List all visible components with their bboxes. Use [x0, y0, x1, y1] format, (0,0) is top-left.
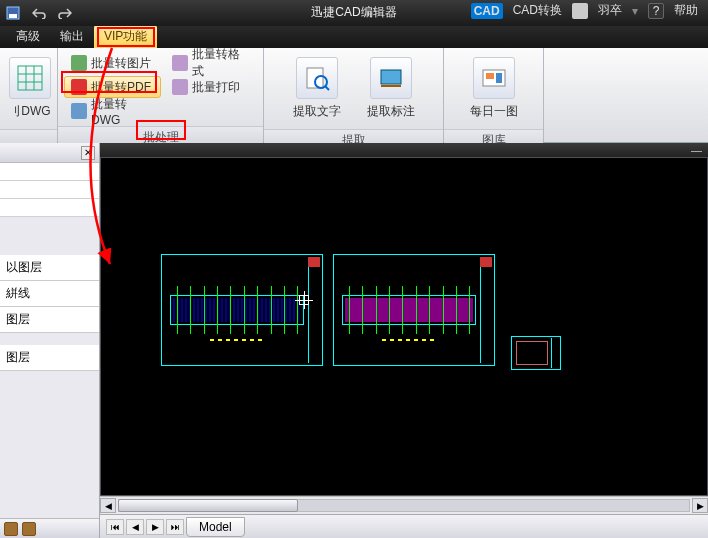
- model-tab[interactable]: Model: [186, 517, 245, 537]
- format-icon: [172, 55, 188, 71]
- cad-canvas[interactable]: [100, 157, 708, 496]
- layer-item[interactable]: 絣线: [0, 281, 99, 307]
- svg-line-9: [325, 86, 329, 90]
- extract-annotation-icon: [370, 57, 412, 99]
- tab-vip[interactable]: VIP功能: [94, 25, 157, 48]
- folder-icon[interactable]: [22, 522, 36, 536]
- tab-prev-icon[interactable]: ◀: [126, 519, 144, 535]
- svg-rect-2: [18, 66, 42, 90]
- batch-to-image-button[interactable]: 批量转图片: [64, 52, 161, 74]
- scroll-right-icon[interactable]: ▶: [692, 498, 708, 513]
- gallery-icon: [473, 57, 515, 99]
- scrollbar-thumb[interactable]: [118, 499, 298, 512]
- username[interactable]: 羽卒: [598, 2, 622, 19]
- left-panel: ✕ 以图层 絣线 图层 图层: [0, 143, 100, 538]
- batch-format-button[interactable]: 批量转格式: [165, 52, 257, 74]
- avatar-icon[interactable]: [572, 3, 588, 19]
- layer-item[interactable]: 图层: [0, 345, 99, 371]
- svg-rect-14: [496, 73, 502, 83]
- tab-first-icon[interactable]: ⏮: [106, 519, 124, 535]
- tab-last-icon[interactable]: ⏭: [166, 519, 184, 535]
- tab-output[interactable]: 输出: [50, 25, 94, 48]
- minimize-icon[interactable]: —: [691, 144, 702, 156]
- cad-convert-link[interactable]: CAD转换: [513, 2, 562, 19]
- app-title: 迅捷CAD编辑器: [311, 4, 396, 21]
- svg-rect-1: [9, 14, 17, 18]
- batch-to-dwg-button[interactable]: 批量转DWG: [64, 100, 161, 122]
- extract-text-icon: [296, 57, 338, 99]
- svg-rect-10: [381, 70, 401, 84]
- layer-item[interactable]: 以图层: [0, 255, 99, 281]
- dwg-icon: [71, 103, 87, 119]
- horizontal-scrollbar[interactable]: ◀ ▶: [100, 496, 708, 514]
- extract-text-button[interactable]: 提取文字: [282, 52, 352, 125]
- tab-advanced[interactable]: 高级: [6, 25, 50, 48]
- panel-close-button[interactable]: ✕: [81, 146, 95, 160]
- batch-print-button[interactable]: 批量打印: [165, 76, 257, 98]
- folder-icon[interactable]: [4, 522, 18, 536]
- image-icon: [71, 55, 87, 71]
- help-link[interactable]: 帮助: [674, 2, 698, 19]
- tab-next-icon[interactable]: ▶: [146, 519, 164, 535]
- pdf-icon: [71, 79, 87, 95]
- dwg-button[interactable]: 刂DWG: [6, 52, 54, 125]
- print-icon: [172, 79, 188, 95]
- layer-item[interactable]: 图层: [0, 307, 99, 333]
- dwg-grid-icon: [9, 57, 51, 99]
- scroll-left-icon[interactable]: ◀: [100, 498, 116, 513]
- svg-rect-13: [486, 73, 494, 79]
- redo-icon[interactable]: [52, 2, 78, 24]
- extract-annotation-button[interactable]: 提取标注: [356, 52, 426, 125]
- undo-icon[interactable]: [26, 2, 52, 24]
- cad-badge-icon: CAD: [471, 3, 503, 19]
- daily-image-button[interactable]: 每日一图: [459, 52, 529, 125]
- save-icon[interactable]: [0, 2, 26, 24]
- help-icon[interactable]: ?: [648, 3, 664, 19]
